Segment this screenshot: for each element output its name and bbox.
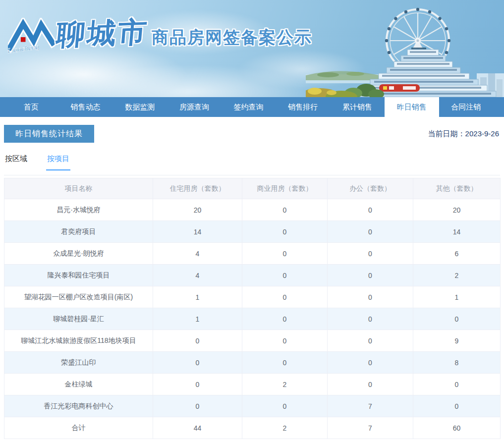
- nav-item-contract-query[interactable]: 签约查询: [222, 97, 276, 117]
- table-row: 昌元·水城悦府200020: [4, 199, 501, 221]
- count-cell: 0: [242, 286, 328, 308]
- tab-by-region[interactable]: 按区域: [4, 154, 28, 170]
- count-cell: 14: [153, 221, 242, 243]
- count-cell: 0: [153, 330, 242, 352]
- site-logo: Liaocheng 聊城市 商品房网签备案公示: [8, 18, 312, 56]
- count-cell: 0: [153, 352, 242, 374]
- count-cell: 4: [153, 243, 242, 265]
- count-cell: 0: [153, 395, 242, 417]
- count-cell: 0: [242, 395, 328, 417]
- table-total-row: 合计442760: [4, 417, 501, 439]
- table-header-row: 项目名称住宅用房（套数）商业用房（套数）办公（套数）其他（套数）: [4, 178, 501, 199]
- count-cell: 0: [413, 374, 501, 395]
- column-header: 办公（套数）: [328, 178, 413, 199]
- table-row: 荣盛江山印0008: [4, 352, 501, 374]
- count-cell: 0: [328, 243, 413, 265]
- count-cell: 0: [242, 330, 328, 352]
- count-cell: 0: [328, 374, 413, 395]
- tab-by-project[interactable]: 按项目: [46, 154, 70, 170]
- table-row: 聊城江北水城旅游度假区118地块项目0009: [4, 330, 501, 352]
- nav-item-listing-query[interactable]: 房源查询: [167, 97, 222, 117]
- count-cell: 20: [413, 199, 501, 221]
- page-title: 昨日销售统计结果: [4, 125, 94, 143]
- count-cell: 2: [413, 265, 501, 286]
- count-cell: 0: [328, 330, 413, 352]
- count-cell: 2: [242, 417, 328, 439]
- count-cell: 9: [413, 330, 501, 352]
- count-cell: 0: [328, 308, 413, 330]
- table-body: 昌元·水城悦府200020君奕府项目140014众成星光·朗悦府4006隆兴泰和…: [4, 199, 501, 439]
- table-row: 金柱绿城0200: [4, 374, 501, 395]
- brand-calligraphy: 聊城市: [55, 17, 150, 49]
- current-date-label: 当前日期：: [428, 129, 465, 138]
- table-row: 聊城碧桂园·星汇1000: [4, 308, 501, 330]
- tabs-divider: [4, 175, 500, 175]
- count-cell: 0: [328, 199, 413, 221]
- table-row: 众成星光·朗悦府4006: [4, 243, 501, 265]
- current-date-value: 2023-9-26: [465, 129, 499, 138]
- count-cell: 44: [153, 417, 242, 439]
- nav-item-data-monitoring[interactable]: 数据监测: [112, 97, 167, 117]
- main-nav: 首页 销售动态 数据监测 房源查询 签约查询 销售排行 累计销售 昨日销售 合同…: [0, 97, 504, 117]
- count-cell: 1: [153, 286, 242, 308]
- nav-item-sales-ranking[interactable]: 销售排行: [276, 97, 330, 117]
- count-cell: 0: [242, 199, 328, 221]
- count-cell: 1: [153, 308, 242, 330]
- count-cell: 0: [413, 308, 501, 330]
- count-cell: 8: [413, 352, 501, 374]
- nav-item-cumulative-sales[interactable]: 累计销售: [330, 97, 385, 117]
- project-name-cell: 望湖花园一区棚户区改造项目(南区): [4, 286, 153, 308]
- count-cell: 7: [328, 417, 413, 439]
- main-content: 昨日销售统计结果 当前日期：2023-9-26 按区域 按项目 项目名称住宅用房…: [0, 125, 504, 439]
- column-header: 项目名称: [4, 178, 153, 199]
- view-tabs: 按区域 按项目: [4, 154, 500, 170]
- column-header: 住宅用房（套数）: [153, 178, 242, 199]
- count-cell: 0: [328, 286, 413, 308]
- count-cell: 0: [328, 221, 413, 243]
- column-header: 其他（套数）: [413, 178, 501, 199]
- table-row: 隆兴泰和园住宅项目4002: [4, 265, 501, 286]
- count-cell: 14: [413, 221, 501, 243]
- count-cell: 0: [328, 352, 413, 374]
- project-name-cell: 君奕府项目: [4, 221, 153, 243]
- project-name-cell: 众成星光·朗悦府: [4, 243, 153, 265]
- count-cell: 0: [242, 265, 328, 286]
- liaocheng-logo-icon: Liaocheng: [8, 18, 56, 56]
- project-name-cell: 荣盛江山印: [4, 352, 153, 374]
- project-name-cell: 聊城碧桂园·星汇: [4, 308, 153, 330]
- table-row: 君奕府项目140014: [4, 221, 501, 243]
- count-cell: 6: [413, 243, 501, 265]
- count-cell: 4: [153, 265, 242, 286]
- site-title: 商品房网签备案公示: [152, 29, 312, 46]
- table-row: 望湖花园一区棚户区改造项目(南区)1001: [4, 286, 501, 308]
- count-cell: 0: [328, 265, 413, 286]
- count-cell: 0: [242, 352, 328, 374]
- project-name-cell: 隆兴泰和园住宅项目: [4, 265, 153, 286]
- count-cell: 0: [242, 221, 328, 243]
- project-name-cell: 聊城江北水城旅游度假区118地块项目: [4, 330, 153, 352]
- nav-item-home[interactable]: 首页: [4, 97, 58, 117]
- table-row: 香江光彩电商科创中心0070: [4, 395, 501, 417]
- count-cell: 0: [153, 374, 242, 395]
- current-date: 当前日期：2023-9-26: [428, 129, 500, 139]
- count-cell: 0: [413, 395, 501, 417]
- project-name-cell: 香江光彩电商科创中心: [4, 395, 153, 417]
- sales-table: 项目名称住宅用房（套数）商业用房（套数）办公（套数）其他（套数） 昌元·水城悦府…: [4, 178, 501, 439]
- count-cell: 1: [413, 286, 501, 308]
- count-cell: 60: [413, 417, 501, 439]
- count-cell: 0: [242, 243, 328, 265]
- count-cell: 7: [328, 395, 413, 417]
- nav-item-sales-dynamics[interactable]: 销售动态: [58, 97, 113, 117]
- count-cell: 2: [242, 374, 328, 395]
- site-banner: Liaocheng 聊城市 商品房网签备案公示: [0, 0, 504, 97]
- nav-item-contract-cancellation[interactable]: 合同注销: [439, 97, 494, 117]
- count-cell: 20: [153, 199, 242, 221]
- nav-item-yesterday-sales[interactable]: 昨日销售: [385, 97, 439, 117]
- count-cell: 0: [242, 308, 328, 330]
- project-name-cell: 合计: [4, 417, 153, 439]
- title-row: 昨日销售统计结果 当前日期：2023-9-26: [4, 125, 500, 143]
- project-name-cell: 金柱绿城: [4, 374, 153, 395]
- project-name-cell: 昌元·水城悦府: [4, 199, 153, 221]
- ferris-wheel-photo: [306, 0, 504, 97]
- column-header: 商业用房（套数）: [242, 178, 328, 199]
